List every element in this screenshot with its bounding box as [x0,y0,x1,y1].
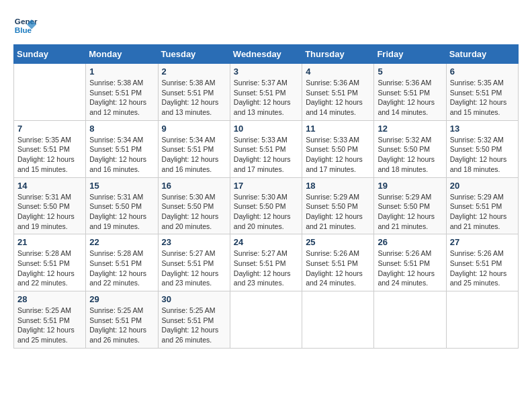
day-info: Sunrise: 5:31 AMSunset: 5:50 PMDaylight:… [17,192,82,232]
cell-week4-day2: 22Sunrise: 5:28 AMSunset: 5:51 PMDayligh… [86,234,158,291]
day-info: Sunrise: 5:29 AMSunset: 5:51 PMDaylight:… [450,192,515,232]
day-info: Sunrise: 5:28 AMSunset: 5:51 PMDaylight:… [89,248,154,288]
day-info: Sunrise: 5:36 AMSunset: 5:51 PMDaylight:… [378,78,442,118]
day-number: 21 [17,237,82,247]
header-wednesday: Wednesday [230,45,302,64]
day-number: 17 [234,181,298,191]
day-number: 6 [450,66,515,77]
day-info: Sunrise: 5:26 AMSunset: 5:51 PMDaylight:… [378,248,442,288]
day-info: Sunrise: 5:34 AMSunset: 5:51 PMDaylight:… [162,135,226,175]
cell-week5-day3: 30Sunrise: 5:25 AMSunset: 5:51 PMDayligh… [158,291,230,349]
day-info: Sunrise: 5:30 AMSunset: 5:50 PMDaylight:… [234,192,298,232]
cell-week3-day7: 20Sunrise: 5:29 AMSunset: 5:51 PMDayligh… [446,177,518,234]
cell-week3-day2: 15Sunrise: 5:31 AMSunset: 5:50 PMDayligh… [86,177,158,234]
logo: General Blue [13,13,40,38]
day-info: Sunrise: 5:31 AMSunset: 5:50 PMDaylight:… [89,192,154,232]
cell-week1-day7: 6Sunrise: 5:35 AMSunset: 5:51 PMDaylight… [446,64,518,121]
day-number: 7 [17,124,82,134]
day-info: Sunrise: 5:34 AMSunset: 5:51 PMDaylight:… [89,135,154,175]
cell-week5-day4 [230,291,302,349]
cell-week4-day7: 27Sunrise: 5:26 AMSunset: 5:51 PMDayligh… [446,234,518,291]
day-info: Sunrise: 5:35 AMSunset: 5:51 PMDaylight:… [450,78,515,118]
day-number: 16 [162,181,226,191]
cell-week4-day5: 25Sunrise: 5:26 AMSunset: 5:51 PMDayligh… [302,234,374,291]
cell-week1-day5: 4Sunrise: 5:36 AMSunset: 5:51 PMDaylight… [302,64,374,121]
day-info: Sunrise: 5:30 AMSunset: 5:50 PMDaylight:… [162,192,226,232]
cell-week2-day6: 12Sunrise: 5:32 AMSunset: 5:50 PMDayligh… [374,120,446,177]
day-number: 8 [89,124,154,134]
cell-week3-day5: 18Sunrise: 5:29 AMSunset: 5:50 PMDayligh… [302,177,374,234]
day-info: Sunrise: 5:33 AMSunset: 5:50 PMDaylight:… [306,135,370,175]
cell-week5-day6 [374,291,446,349]
day-number: 1 [89,66,154,77]
day-number: 18 [306,181,370,191]
header-row: SundayMondayTuesdayWednesdayThursdayFrid… [14,45,519,64]
day-number: 15 [89,181,154,191]
cell-week4-day6: 26Sunrise: 5:26 AMSunset: 5:51 PMDayligh… [374,234,446,291]
cell-week1-day3: 2Sunrise: 5:38 AMSunset: 5:51 PMDaylight… [158,64,230,121]
cell-week4-day1: 21Sunrise: 5:28 AMSunset: 5:51 PMDayligh… [14,234,86,291]
day-info: Sunrise: 5:32 AMSunset: 5:50 PMDaylight:… [450,135,515,175]
cell-week2-day2: 8Sunrise: 5:34 AMSunset: 5:51 PMDaylight… [86,120,158,177]
cell-week1-day4: 3Sunrise: 5:37 AMSunset: 5:51 PMDaylight… [230,64,302,121]
cell-week1-day2: 1Sunrise: 5:38 AMSunset: 5:51 PMDaylight… [86,64,158,121]
day-info: Sunrise: 5:25 AMSunset: 5:51 PMDaylight:… [162,306,226,345]
day-number: 23 [162,237,226,247]
header-tuesday: Tuesday [158,45,230,64]
day-number: 12 [378,124,442,134]
cell-week5-day1: 28Sunrise: 5:25 AMSunset: 5:51 PMDayligh… [14,291,86,349]
day-info: Sunrise: 5:26 AMSunset: 5:51 PMDaylight:… [450,248,515,288]
day-number: 4 [306,66,370,77]
day-info: Sunrise: 5:27 AMSunset: 5:51 PMDaylight:… [162,248,226,288]
week-row-2: 7Sunrise: 5:35 AMSunset: 5:51 PMDaylight… [14,120,519,177]
day-number: 28 [17,294,82,304]
cell-week3-day3: 16Sunrise: 5:30 AMSunset: 5:50 PMDayligh… [158,177,230,234]
cell-week3-day1: 14Sunrise: 5:31 AMSunset: 5:50 PMDayligh… [14,177,86,234]
week-row-4: 21Sunrise: 5:28 AMSunset: 5:51 PMDayligh… [14,234,519,291]
cell-week4-day3: 23Sunrise: 5:27 AMSunset: 5:51 PMDayligh… [158,234,230,291]
day-info: Sunrise: 5:37 AMSunset: 5:51 PMDaylight:… [234,78,298,118]
calendar-table: SundayMondayTuesdayWednesdayThursdayFrid… [13,44,519,349]
cell-week3-day6: 19Sunrise: 5:29 AMSunset: 5:50 PMDayligh… [374,177,446,234]
cell-week1-day6: 5Sunrise: 5:36 AMSunset: 5:51 PMDaylight… [374,64,446,121]
day-number: 26 [378,237,442,247]
day-number: 24 [234,237,298,247]
day-number: 29 [89,294,154,304]
day-info: Sunrise: 5:35 AMSunset: 5:51 PMDaylight:… [17,135,82,175]
day-info: Sunrise: 5:29 AMSunset: 5:50 PMDaylight:… [306,192,370,232]
day-info: Sunrise: 5:27 AMSunset: 5:51 PMDaylight:… [234,248,298,288]
day-info: Sunrise: 5:38 AMSunset: 5:51 PMDaylight:… [162,78,226,118]
day-number: 30 [162,294,226,304]
day-number: 13 [450,124,515,134]
week-row-3: 14Sunrise: 5:31 AMSunset: 5:50 PMDayligh… [14,177,519,234]
day-number: 19 [378,181,442,191]
cell-week1-day1 [14,64,86,121]
day-number: 20 [450,181,515,191]
cell-week5-day5 [302,291,374,349]
logo-icon: General Blue [13,13,38,38]
header-sunday: Sunday [14,45,86,64]
cell-week3-day4: 17Sunrise: 5:30 AMSunset: 5:50 PMDayligh… [230,177,302,234]
cell-week5-day2: 29Sunrise: 5:25 AMSunset: 5:51 PMDayligh… [86,291,158,349]
day-info: Sunrise: 5:25 AMSunset: 5:51 PMDaylight:… [17,306,82,345]
cell-week2-day5: 11Sunrise: 5:33 AMSunset: 5:50 PMDayligh… [302,120,374,177]
day-number: 10 [234,124,298,134]
day-number: 3 [234,66,298,77]
header-monday: Monday [86,45,158,64]
day-info: Sunrise: 5:36 AMSunset: 5:51 PMDaylight:… [306,78,370,118]
day-info: Sunrise: 5:25 AMSunset: 5:51 PMDaylight:… [89,306,154,345]
cell-week5-day7 [446,291,518,349]
cell-week2-day4: 10Sunrise: 5:33 AMSunset: 5:51 PMDayligh… [230,120,302,177]
cell-week2-day7: 13Sunrise: 5:32 AMSunset: 5:50 PMDayligh… [446,120,518,177]
cell-week4-day4: 24Sunrise: 5:27 AMSunset: 5:51 PMDayligh… [230,234,302,291]
cell-week2-day3: 9Sunrise: 5:34 AMSunset: 5:51 PMDaylight… [158,120,230,177]
day-info: Sunrise: 5:32 AMSunset: 5:50 PMDaylight:… [378,135,442,175]
header-friday: Friday [374,45,446,64]
day-number: 27 [450,237,515,247]
day-number: 22 [89,237,154,247]
week-row-5: 28Sunrise: 5:25 AMSunset: 5:51 PMDayligh… [14,291,519,349]
day-info: Sunrise: 5:38 AMSunset: 5:51 PMDaylight:… [89,78,154,118]
day-number: 9 [162,124,226,134]
day-info: Sunrise: 5:28 AMSunset: 5:51 PMDaylight:… [17,248,82,288]
day-number: 14 [17,181,82,191]
